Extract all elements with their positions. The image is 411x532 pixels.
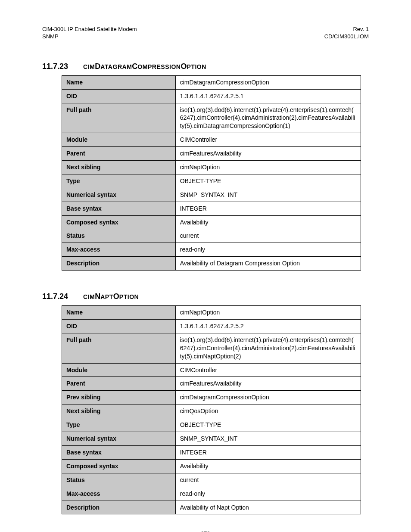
sections-container: 11.7.23cimDatagramCompressionOptionNamec… [42,62,369,515]
table-row: TypeOBJECT-TYPE [62,174,361,188]
row-value: INTEGER [175,202,361,215]
row-value: CIMController [175,133,361,147]
table-row: Full pathiso(1).org(3).dod(6).internet(1… [62,333,361,363]
row-label: Numerical syntax [62,188,176,202]
row-value: read-only [175,487,361,501]
row-value: Availability [175,215,361,229]
row-value: cimFeaturesAvailability [175,377,361,391]
table-row: Next siblingcimNaptOption [62,161,361,174]
table-row: ModuleCIMController [62,133,361,147]
row-label: OID [62,89,176,103]
header-right: Rev. 1 CD/CIM300L.IOM [324,26,369,40]
table-row: Base syntaxINTEGER [62,202,361,215]
table-row: Max-accessread-only [62,487,361,501]
doc-subtitle: SNMP [42,33,137,40]
table-row: NamecimNaptOption [62,306,361,320]
row-label: Type [62,418,176,432]
row-value: Availability of Datagram Compression Opt… [175,257,361,271]
table-row: Numerical syntaxSNMP_SYNTAX_INT [62,432,361,446]
row-label: Module [62,363,176,377]
row-value: OBJECT-TYPE [175,418,361,432]
row-label: Status [62,229,176,243]
row-label: Parent [62,147,176,161]
row-label: Status [62,473,176,487]
page-number: 279 [0,530,411,532]
section-title: cimNaptOption [83,292,139,301]
table-row: Composed syntaxAvailability [62,459,361,473]
row-value: SNMP_SYNTAX_INT [175,188,361,202]
row-value: cimQosOption [175,404,361,418]
table-row: ParentcimFeaturesAvailability [62,147,361,161]
row-value: OBJECT-TYPE [175,174,361,188]
section-heading: 11.7.23cimDatagramCompressionOption [42,62,369,71]
table-row: ModuleCIMController [62,363,361,377]
table-row: DescriptionAvailability of Datagram Comp… [62,257,361,271]
table-row: Prev siblingcimDatagramCompressionOption [62,391,361,404]
row-value: 1.3.6.1.4.1.6247.4.2.5.1 [175,89,361,103]
row-value: Availability [175,459,361,473]
row-label: Name [62,306,176,320]
table-row: DescriptionAvailability of Napt Option [62,501,361,514]
row-value: current [175,229,361,243]
row-label: Full path [62,333,176,363]
table-row: TypeOBJECT-TYPE [62,418,361,432]
row-label: Composed syntax [62,215,176,229]
row-value: 1.3.6.1.4.1.6247.4.2.5.2 [175,320,361,333]
row-label: OID [62,320,176,333]
row-label: Next sibling [62,404,176,418]
row-label: Name [62,75,176,89]
row-label: Description [62,501,176,514]
section-heading: 11.7.24cimNaptOption [42,292,369,301]
row-label: Prev sibling [62,391,176,404]
doc-code: CD/CIM300L.IOM [324,33,369,40]
row-label: Description [62,257,176,271]
row-value: CIMController [175,363,361,377]
row-value: iso(1).org(3).dod(6).internet(1).private… [175,103,361,133]
table-row: OID1.3.6.1.4.1.6247.4.2.5.2 [62,320,361,333]
section-title: cimDatagramCompressionOption [83,62,206,71]
doc-title: CiM-300L IP Enabled Satellite Modem [42,26,137,33]
row-label: Parent [62,377,176,391]
row-label: Composed syntax [62,459,176,473]
row-value: iso(1).org(3).dod(6).internet(1).private… [175,333,361,363]
table-row: ParentcimFeaturesAvailability [62,377,361,391]
section-number: 11.7.24 [42,292,83,301]
table-row: NamecimDatagramCompressionOption [62,75,361,89]
table-row: Full pathiso(1).org(3).dod(6).internet(1… [62,103,361,133]
row-value: SNMP_SYNTAX_INT [175,432,361,446]
table-row: Statuscurrent [62,229,361,243]
row-value: INTEGER [175,445,361,459]
row-label: Base syntax [62,445,176,459]
row-label: Base syntax [62,202,176,215]
header-left: CiM-300L IP Enabled Satellite Modem SNMP [42,26,137,40]
table-row: Composed syntaxAvailability [62,215,361,229]
table-row: Numerical syntaxSNMP_SYNTAX_INT [62,188,361,202]
row-value: Availability of Napt Option [175,501,361,514]
row-value: cimNaptOption [175,306,361,320]
table-row: OID1.3.6.1.4.1.6247.4.2.5.1 [62,89,361,103]
row-label: Type [62,174,176,188]
row-label: Max-access [62,243,176,257]
row-label: Full path [62,103,176,133]
row-value: read-only [175,243,361,257]
row-value: current [175,473,361,487]
doc-revision: Rev. 1 [324,26,369,33]
spec-table: NamecimNaptOptionOID1.3.6.1.4.1.6247.4.2… [62,305,361,514]
row-label: Max-access [62,487,176,501]
table-row: Statuscurrent [62,473,361,487]
row-label: Numerical syntax [62,432,176,446]
table-row: Base syntaxINTEGER [62,445,361,459]
row-value: cimDatagramCompressionOption [175,75,361,89]
row-value: cimFeaturesAvailability [175,147,361,161]
section-number: 11.7.23 [42,62,83,71]
row-value: cimNaptOption [175,161,361,174]
page-header: CiM-300L IP Enabled Satellite Modem SNMP… [42,26,369,40]
spec-table: NamecimDatagramCompressionOptionOID1.3.6… [62,75,361,271]
row-value: cimDatagramCompressionOption [175,391,361,404]
table-row: Max-accessread-only [62,243,361,257]
row-label: Module [62,133,176,147]
document-page: CiM-300L IP Enabled Satellite Modem SNMP… [0,0,411,532]
table-row: Next siblingcimQosOption [62,404,361,418]
row-label: Next sibling [62,161,176,174]
